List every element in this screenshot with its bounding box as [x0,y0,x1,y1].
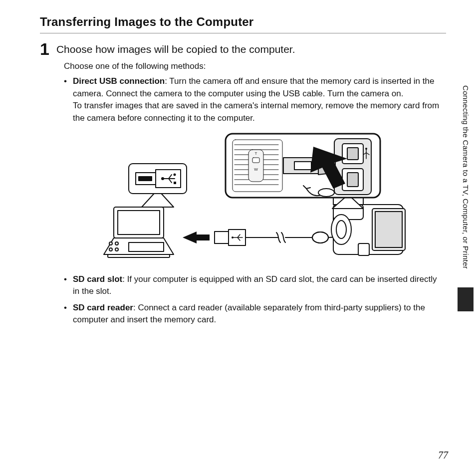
svg-point-26 [336,221,346,238]
method-label: SD card slot [73,274,122,284]
manual-page: Transferring Images to the Computer 1 Ch… [0,0,476,476]
method-label: Direct USB connection [73,76,165,86]
svg-text:W: W [254,167,258,172]
svg-rect-23 [375,212,402,247]
svg-point-18 [232,237,234,238]
method-item-usb: Direct USB connection: Turn the camera o… [64,75,443,125]
page-title: Transferring Images to the Computer [40,15,446,29]
svg-rect-11 [139,177,152,181]
svg-text:T: T [255,151,257,156]
page-number: 77 [438,450,448,461]
svg-point-5 [109,248,112,251]
svg-rect-7 [129,242,164,251]
method-text-extra: To transfer images that are saved in the… [73,101,439,123]
svg-marker-15 [183,232,210,243]
illustration-wrap: T W HDMI [64,130,443,264]
direction-arrow-icon [183,232,210,243]
svg-point-6 [115,248,118,251]
step-number: 1 [40,40,49,57]
svg-rect-31 [252,158,259,163]
svg-rect-14 [174,182,176,184]
step-row: 1 Choose how images will be copied to th… [40,40,446,57]
svg-rect-36 [347,148,358,160]
camera-port-inset: T W HDMI [226,134,380,209]
method-list: Direct USB connection: Turn the camera o… [64,75,443,125]
step-body: Choose one of the following methods: Dir… [64,61,443,326]
method-list-continued: SD card slot: If your computer is equipp… [64,273,443,327]
svg-point-13 [174,173,176,176]
usb-plug-a-callout [129,164,187,207]
section-side-label: Connecting the Camera to a TV, Computer,… [462,70,470,284]
method-item-sd-slot: SD card slot: If your computer is equipp… [64,273,443,298]
usb-plug-b [215,230,245,245]
method-item-sd-reader: SD card reader: Connect a card reader (a… [64,302,443,326]
svg-rect-38 [347,173,358,187]
camera-icon [331,189,405,255]
svg-rect-1 [118,211,160,235]
method-text: : If your computer is equipped with an S… [73,274,437,296]
laptop-icon [104,207,174,257]
svg-point-45 [318,189,334,197]
svg-rect-27 [358,243,369,255]
side-tab: Connecting the Camera to a TV, Computer,… [455,70,476,329]
svg-rect-2 [108,254,170,257]
svg-rect-43 [294,162,311,170]
usb-connection-illustration: T W HDMI [99,130,408,264]
svg-point-3 [109,242,112,245]
svg-point-4 [115,242,118,245]
lead-text: Choose one of the following methods: [64,61,443,71]
title-rule [40,33,446,33]
method-label: SD card reader [73,303,133,312]
svg-rect-16 [215,232,229,243]
thumb-index-block [458,287,474,311]
step-heading: Choose how images will be copied to the … [56,43,295,55]
